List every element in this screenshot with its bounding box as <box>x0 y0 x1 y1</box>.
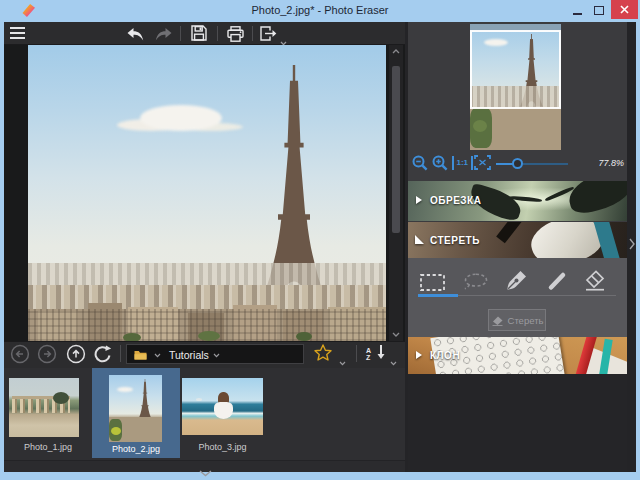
tool-pen-select[interactable] <box>507 270 527 294</box>
export-button[interactable] <box>260 26 278 45</box>
print-icon <box>227 26 244 42</box>
panel-erase-expanded-icon <box>415 235 424 244</box>
navbar-separator <box>120 345 121 362</box>
zoom-in-icon <box>432 155 448 171</box>
filmstrip-item-photo2[interactable]: Photo_2.jpg <box>92 368 180 458</box>
tool-eraser[interactable] <box>583 269 607 295</box>
tool-stroke-erase[interactable] <box>547 271 567 295</box>
tool-rect-select[interactable] <box>420 274 445 295</box>
folder-icon <box>134 350 147 360</box>
redo-button[interactable] <box>155 27 172 45</box>
undo-icon <box>127 28 144 41</box>
titlebar[interactable]: Photo_2.jpg* - Photo Eraser <box>0 0 640 22</box>
right-panel-empty-area <box>408 374 627 472</box>
zoom-percent: 77.8% <box>576 158 624 168</box>
star-icon <box>314 344 332 361</box>
erase-button-icon <box>491 315 504 326</box>
window-title: Photo_2.jpg* - Photo Eraser <box>0 4 640 16</box>
panel-clone-collapsed-icon <box>416 351 422 359</box>
photo1-thumbnail[interactable] <box>9 378 79 437</box>
up-icon <box>66 344 86 364</box>
app-window: Photo_2.jpg* - Photo Eraser <box>0 0 640 480</box>
zoom-out-button[interactable] <box>412 155 428 175</box>
save-button[interactable] <box>191 25 207 45</box>
panel-crop-header[interactable]: ОБРЕЗКА <box>408 181 627 221</box>
redo-icon <box>155 28 172 41</box>
minimize-button[interactable] <box>570 3 586 19</box>
folder-dropdown-chevron-icon[interactable] <box>154 353 161 358</box>
filmstrip-item-photo3[interactable]: Photo_3.jpg <box>180 368 276 458</box>
sort-letter-z: Z <box>366 354 371 361</box>
fit-screen-button[interactable] <box>474 155 491 174</box>
zoom-slider-knob[interactable] <box>512 158 523 169</box>
panel-collapse-chevron-icon[interactable] <box>629 238 635 250</box>
active-tool-underline <box>418 294 458 297</box>
location-bar[interactable]: Tutorials <box>126 344 304 364</box>
panel-clone-label: КЛОН <box>430 350 460 361</box>
location-text: Tutorials <box>169 349 209 361</box>
toolbar-separator <box>252 26 253 41</box>
scroll-up-icon[interactable] <box>392 49 400 54</box>
photo2-filename: Photo_2.jpg <box>92 444 180 454</box>
forward-icon <box>37 344 57 364</box>
close-icon <box>620 5 629 14</box>
panel-collapse-strip[interactable] <box>627 22 636 472</box>
photo3-filename: Photo_3.jpg <box>180 442 265 452</box>
eraser-icon <box>583 269 607 291</box>
canvas-vertical-scrollbar[interactable] <box>389 45 403 341</box>
toolbar-separator <box>180 26 181 41</box>
sort-button[interactable]: A Z <box>366 347 371 361</box>
undo-button[interactable] <box>127 27 144 45</box>
panel-erase-header[interactable]: СТЕРЕТЬ <box>408 222 627 258</box>
refresh-button[interactable] <box>94 345 112 367</box>
lasso-select-icon <box>463 273 489 291</box>
back-button[interactable] <box>10 344 30 364</box>
hamburger-menu-icon[interactable] <box>10 27 25 39</box>
sort-letter-a: A <box>366 347 371 354</box>
favorites-button[interactable] <box>314 344 332 365</box>
location-dropdown-chevron-icon[interactable] <box>213 353 220 358</box>
forward-button[interactable] <box>37 344 57 364</box>
export-icon <box>260 26 278 41</box>
photo2-thumbnail[interactable] <box>109 375 162 442</box>
photo1-filename: Photo_1.jpg <box>4 442 92 452</box>
stroke-erase-icon <box>547 271 567 291</box>
print-button[interactable] <box>227 26 244 46</box>
scrollbar-thumb[interactable] <box>392 66 400 233</box>
tool-row-divider <box>458 295 616 296</box>
erase-apply-button[interactable]: Стереть <box>488 309 546 331</box>
back-icon <box>10 344 30 364</box>
toolbar-separator <box>217 26 218 41</box>
zoom-in-button[interactable] <box>432 155 448 175</box>
navigator-viewport-rect[interactable] <box>470 30 561 109</box>
photo3-thumbnail[interactable] <box>182 378 263 435</box>
up-button[interactable] <box>66 344 86 364</box>
filmstrip-item-photo1[interactable]: Photo_1.jpg <box>4 368 92 458</box>
close-button[interactable] <box>611 0 638 19</box>
rect-select-icon <box>420 274 445 291</box>
city-buildings <box>28 309 386 341</box>
erase-apply-label: Стереть <box>508 315 544 326</box>
navbar-separator <box>356 345 357 362</box>
pen-select-icon <box>507 270 527 290</box>
panel-erase-label: СТЕРЕТЬ <box>430 235 480 246</box>
panel-clone-header[interactable]: КЛОН <box>408 337 627 374</box>
refresh-icon <box>94 345 112 363</box>
panel-crop-label: ОБРЕЗКА <box>430 195 481 206</box>
tool-lasso-select[interactable] <box>463 273 489 295</box>
zoom-out-icon <box>412 155 428 171</box>
fit-screen-icon <box>474 155 491 170</box>
photo-canvas[interactable] <box>28 45 386 341</box>
panel-crop-collapsed-icon <box>416 196 422 204</box>
zoom-100-button[interactable]: 1:1 <box>452 156 473 170</box>
navigator-preview[interactable] <box>470 24 561 150</box>
zoom-100-label: 1:1 <box>457 158 469 167</box>
sort-arrow-icon[interactable] <box>376 345 386 364</box>
maximize-button[interactable] <box>591 3 607 19</box>
cloud <box>140 105 222 131</box>
scroll-down-icon[interactable] <box>392 332 400 337</box>
filmstrip-expand-chevron-icon[interactable] <box>199 463 212 480</box>
save-icon <box>191 25 207 41</box>
